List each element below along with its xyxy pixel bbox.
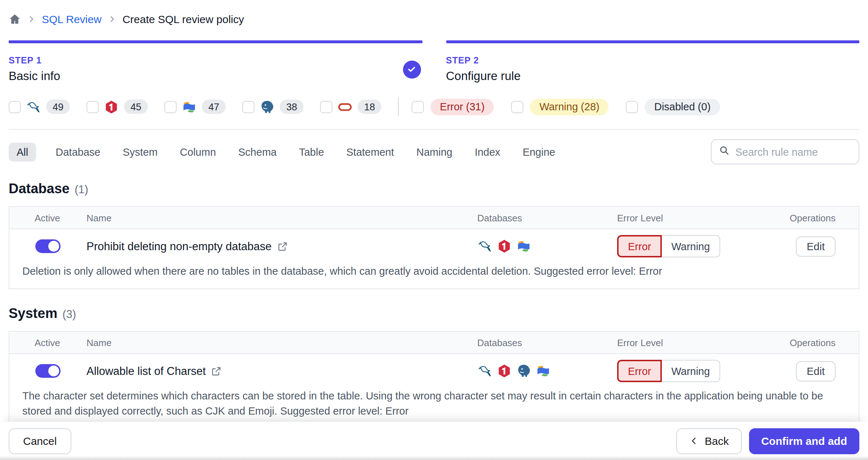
tab-system[interactable]: System [123,142,158,161]
tab-engine[interactable]: Engine [523,142,555,161]
tab-schema[interactable]: Schema [238,142,276,161]
sql-review-policy-page: SQL Review Create SQL review policy STEP… [0,0,868,460]
tab-all[interactable]: All [9,142,36,161]
confirm-and-add-button[interactable]: Confirm and add [749,428,859,454]
tab-column[interactable]: Column [180,142,216,161]
oceanbase-icon [182,99,197,114]
tidb-filter-checkbox[interactable] [87,101,99,113]
error-level-warning-button[interactable]: Warning [662,235,720,257]
back-button[interactable]: Back [677,428,742,454]
step-1-progress-bar [9,40,422,43]
oracle-filter-checkbox[interactable] [320,101,332,113]
tab-index[interactable]: Index [475,142,500,161]
tab-table[interactable]: Table [299,142,324,161]
error-level-error-button[interactable]: Error [617,360,662,382]
step-1-label: STEP 1 [9,56,60,66]
column-header-operations: Operations [780,337,836,348]
column-header-operations: Operations [780,212,836,223]
engine-filter-oracle: 18 [320,99,381,114]
tidb-icon [497,239,512,254]
table-header-row: Active Name Databases Error Level Operat… [9,207,859,229]
table-header-row: Active Name Databases Error Level Operat… [9,332,859,354]
tab-statement[interactable]: Statement [346,142,394,161]
breadcrumb-current-page: Create SQL review policy [123,13,244,25]
error-filter-checkbox[interactable] [412,101,424,113]
stepper: STEP 1 Basic info STEP 2 Configure rule [9,40,859,83]
error-count-pill[interactable]: Error (31) [430,98,494,115]
column-header-error-level: Error Level [617,337,780,348]
rule-name: Allowable list of Charset [87,364,206,377]
section-title: System [9,306,57,322]
search-rule-input[interactable] [735,146,851,158]
tab-naming[interactable]: Naming [416,142,452,161]
footer-action-bar: Cancel Back Confirm and add [0,422,868,460]
mysql-icon [477,363,492,379]
rule-active-toggle[interactable] [35,364,61,378]
oceanbase-icon [516,239,531,254]
postgres-filter-checkbox[interactable] [242,101,254,113]
step-1: STEP 1 Basic info [9,40,422,83]
rule-database-icons [477,363,617,379]
warning-count-pill[interactable]: Warning (28) [530,98,609,115]
oceanbase-icon [536,363,551,379]
disabled-filter-checkbox[interactable] [626,101,638,113]
step-2-label: STEP 2 [446,56,521,66]
step-1-title: Basic info [9,69,60,83]
filter-row: 49 45 47 38 [9,97,859,117]
filter-divider [398,97,399,116]
breadcrumb-sql-review-link[interactable]: SQL Review [42,13,102,25]
mysql-rule-count-badge: 49 [46,99,70,114]
level-filter-error: Error (31) [412,98,494,115]
mysql-icon [477,239,492,254]
step-1-completed-check-icon [403,60,421,78]
column-header-active: Active [35,212,87,223]
oracle-rule-count-badge: 18 [358,99,381,114]
engine-filter-oceanbase: 47 [164,99,226,114]
column-header-error-level: Error Level [617,212,780,223]
engine-filter-tidb: 45 [87,99,148,114]
error-level-warning-button[interactable]: Warning [662,360,720,382]
chevron-right-icon [27,15,35,23]
tab-database[interactable]: Database [56,142,100,161]
rule-active-toggle[interactable] [35,239,61,253]
cancel-button[interactable]: Cancel [9,428,71,454]
engine-filter-mysql: 49 [9,99,70,114]
chevron-right-icon [108,15,116,23]
external-link-icon[interactable] [212,366,222,376]
step-2: STEP 2 Configure rule [446,40,859,83]
error-level-segmented-control: Error Warning [617,235,780,257]
column-header-name: Name [87,212,477,223]
tidb-icon [104,99,119,114]
database-rule-table: Active Name Databases Error Level Operat… [9,206,859,289]
search-box [711,139,859,164]
section-heading-system: System (3) [9,306,859,322]
edit-button[interactable]: Edit [796,236,836,256]
tidb-rule-count-badge: 45 [124,99,148,114]
table-row: Prohibit deleting non-empty database Err… [9,229,859,263]
level-filter-disabled: Disabled (0) [626,98,720,115]
postgres-icon [260,99,275,114]
breadcrumb: SQL Review Create SQL review policy [9,0,859,27]
postgres-icon [516,363,531,379]
section-heading-database: Database (1) [9,181,859,197]
section-count: (3) [62,308,76,321]
system-rule-table: Active Name Databases Error Level Operat… [9,331,859,429]
error-level-segmented-control: Error Warning [617,360,780,382]
oceanbase-rule-count-badge: 47 [202,99,226,114]
disabled-count-pill[interactable]: Disabled (0) [645,98,720,115]
mysql-filter-checkbox[interactable] [9,101,21,113]
table-row: Allowable list of Charset Error Warning [9,354,859,388]
home-icon[interactable] [9,13,21,25]
oceanbase-filter-checkbox[interactable] [164,101,177,113]
error-level-error-button[interactable]: Error [617,235,662,257]
column-header-active: Active [35,337,87,348]
external-link-icon[interactable] [278,241,288,251]
warning-filter-checkbox[interactable] [511,101,523,113]
edit-button[interactable]: Edit [796,361,836,381]
rule-name: Prohibit deleting non-empty database [87,240,272,253]
engine-filter-postgres: 38 [242,99,304,114]
back-button-label: Back [705,435,729,447]
section-count: (1) [75,183,88,196]
column-header-name: Name [87,337,477,348]
search-icon [719,145,730,159]
